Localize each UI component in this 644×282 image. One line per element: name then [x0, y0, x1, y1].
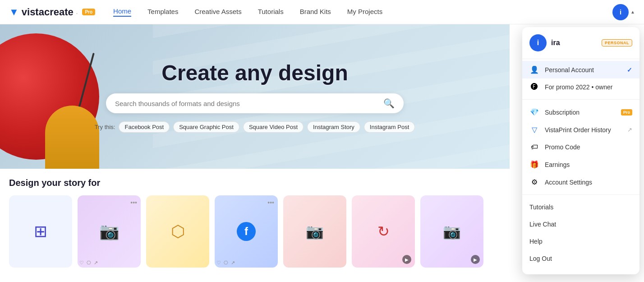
- earnings-label: Earnings: [545, 161, 632, 168]
- vistaprint-label: VistaPrint Order History: [545, 126, 622, 134]
- diamond-icon: 💎: [529, 108, 539, 116]
- dropdown-subscription[interactable]: 💎 Subscription Pro: [522, 103, 639, 121]
- person-icon: 👤: [529, 65, 539, 74]
- help-label: Help: [529, 238, 543, 245]
- check-icon: ✓: [627, 66, 632, 74]
- dropdown-tutorials[interactable]: Tutorials: [522, 199, 639, 216]
- dropdown-divider-3: [522, 194, 639, 195]
- live-chat-label: Live Chat: [529, 221, 556, 228]
- personal-tag: PERSONAL: [602, 39, 632, 46]
- gift-icon: 🎁: [529, 160, 539, 169]
- subscription-label: Subscription: [545, 109, 616, 116]
- dropdown-logout[interactable]: Log Out: [522, 250, 639, 267]
- dropdown-menu: i ira PERSONAL 👤 Personal Account ✓ 🅕 Fo…: [522, 27, 639, 274]
- dropdown-overlay: i ira PERSONAL 👤 Personal Account ✓ 🅕 Fo…: [0, 0, 644, 282]
- dropdown-divider-2: [522, 99, 639, 100]
- dropdown-help[interactable]: Help: [522, 233, 639, 250]
- triangle-icon: ▽: [529, 125, 539, 134]
- dropdown-divider-1: [522, 59, 639, 59]
- dropdown-promo-account[interactable]: 🅕 For promo 2022 • owner: [522, 79, 639, 96]
- dropdown-personal-account[interactable]: 👤 Personal Account ✓: [522, 61, 639, 79]
- gear-icon: ⚙: [529, 178, 539, 186]
- dropdown-vistaprint[interactable]: ▽ VistaPrint Order History ↗: [522, 121, 639, 139]
- dropdown-account-settings[interactable]: ⚙ Account Settings: [522, 173, 639, 191]
- folder-icon: 🅕: [529, 83, 539, 91]
- dropdown-avatar: i: [529, 34, 547, 51]
- tutorials-label: Tutorials: [529, 203, 553, 211]
- account-settings-label: Account Settings: [545, 179, 632, 186]
- dropdown-header: i ira PERSONAL: [522, 34, 639, 57]
- personal-account-label: Personal Account: [545, 66, 621, 74]
- dropdown-username: ira: [551, 39, 597, 47]
- dropdown-live-chat[interactable]: Live Chat: [522, 216, 639, 233]
- logout-label: Log Out: [529, 255, 552, 262]
- external-link-icon: ↗: [627, 126, 632, 133]
- dropdown-promo-code[interactable]: 🏷 Promo Code: [522, 139, 639, 156]
- subscription-pro-badge: Pro: [621, 109, 632, 116]
- tag-icon: 🏷: [529, 143, 539, 151]
- promo-code-label: Promo Code: [545, 143, 632, 151]
- promo-account-label: For promo 2022 • owner: [545, 83, 632, 91]
- dropdown-earnings[interactable]: 🎁 Earnings: [522, 156, 639, 173]
